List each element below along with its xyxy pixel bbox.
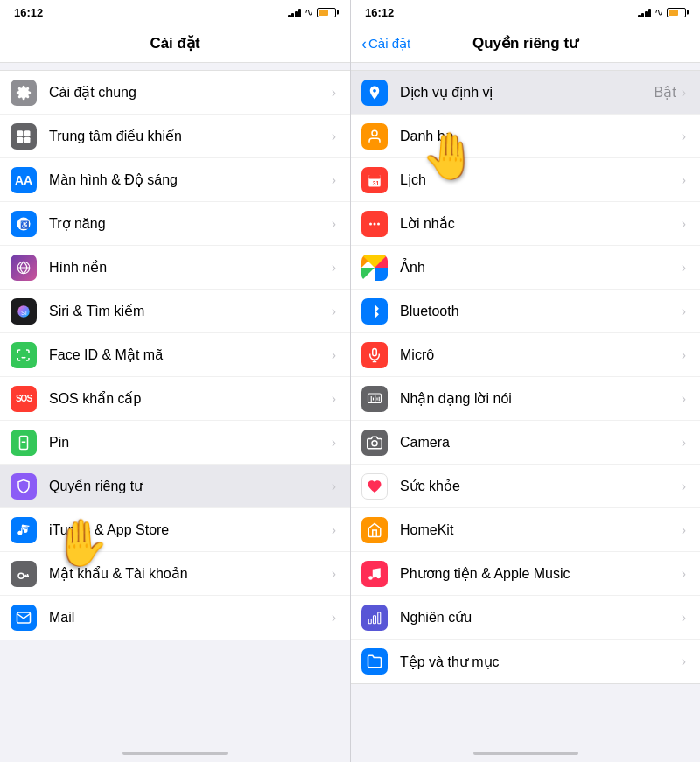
right-nav-back[interactable]: ‹ Cài đặt [361,36,410,52]
sidebar-item-itunes[interactable]: iTunes & App Store › [0,508,350,552]
itunes-label: iTunes & App Store [49,522,332,538]
dich-vu-dinh-vi-chevron: › [682,85,686,101]
sidebar-item-faceid[interactable]: Face ID & Mật mã › [0,333,350,377]
siri-icon: Si [10,298,37,325]
nhan-dang-chevron: › [682,391,686,407]
sidebar-item-caidat-chung[interactable]: Cài đặt chung › [0,71,350,115]
trung-tam-chevron: › [332,129,336,144]
tep-chevron: › [682,654,686,669]
left-battery-icon [317,8,336,17]
svg-point-15 [369,222,372,225]
settings-item-tep[interactable]: Tệp và thư mục › [351,640,700,683]
sidebar-item-quyen-rieng-tu[interactable]: Quyền riêng tư › [0,465,350,508]
sidebar-item-pin[interactable]: Pin › [0,421,350,465]
anh-chevron: › [682,260,686,276]
right-nav-title: Quyền riêng tư [472,34,578,52]
camera-icon [361,430,388,456]
nhan-dang-icon [361,386,388,412]
quyen-rieng-tu-label: Quyền riêng tư [49,478,332,494]
svg-rect-0 [18,130,24,136]
right-signal-icon [638,7,651,17]
settings-item-loi-nhac[interactable]: Lời nhắc › [351,202,700,246]
svg-rect-2 [18,136,24,143]
faceid-label: Face ID & Mật mã [49,346,332,363]
settings-item-anh[interactable]: Ảnh › [351,246,700,290]
faceid-icon [10,342,37,368]
sidebar-item-man-hinh[interactable]: AA Màn hình & Độ sáng › [0,158,350,202]
trung-tam-label: Trung tâm điều khiển [49,128,332,144]
nghien-cuu-chevron: › [682,610,686,626]
sidebar-item-trung-tam[interactable]: Trung tâm điều khiển › [0,115,350,158]
right-status-icons: ∿ [638,6,686,18]
siri-chevron: › [332,304,336,319]
sidebar-item-sos[interactable]: SOS SOS khẩn cấp › [0,377,350,421]
pin-chevron: › [332,435,336,451]
left-time: 16:12 [14,6,43,19]
camera-label: Camera [400,435,682,451]
danh-ba-label: Danh bạ [400,128,682,144]
caidat-chung-icon [10,80,37,106]
sos-chevron: › [332,391,336,407]
pin-label: Pin [49,435,332,451]
quyen-rieng-tu-chevron: › [332,479,336,494]
svg-point-11 [372,130,377,136]
quyen-rieng-tu-icon [10,473,37,500]
loi-nhac-label: Lời nhắc [400,215,682,232]
sidebar-item-siri[interactable]: Si Siri & Tìm kiếm › [0,290,350,333]
settings-item-bluetooth[interactable]: Bluetooth › [351,290,700,333]
svg-rect-18 [373,348,377,355]
right-scroll-area[interactable]: Dịch vụ định vị Bật › Danh bạ › 31 [351,63,700,746]
settings-item-phuong-tien[interactable]: Phương tiện & Apple Music › [351,552,700,596]
itunes-chevron: › [332,522,336,538]
pin-icon [10,430,37,456]
left-panel: 16:12 ∿ Cài đặt [0,0,350,762]
bluetooth-chevron: › [682,304,686,319]
micro-label: Micrô [400,347,682,363]
sidebar-item-mat-khau[interactable]: Mật khẩu & Tài khoản › [0,552,350,596]
svg-rect-23 [368,619,371,623]
left-section-group: Cài đặt chung › Trung tâm điều khiển › A… [0,70,350,640]
right-battery-icon [667,8,686,17]
svg-rect-13 [368,175,381,179]
svg-point-21 [368,576,373,580]
settings-item-lich[interactable]: 31 Lịch › [351,158,700,202]
nghien-cuu-label: Nghiên cứu [400,609,682,626]
svg-rect-24 [374,615,376,623]
tep-icon [361,648,388,675]
dich-vu-dinh-vi-icon [361,80,388,106]
settings-item-nhan-dang[interactable]: Nhận dạng lời nói › [351,377,700,421]
sidebar-item-mail[interactable]: Mail › [0,596,350,640]
sidebar-item-tro-nang[interactable]: ♿ Trợ năng › [0,202,350,246]
settings-item-nghien-cuu[interactable]: Nghiên cứu › [351,596,700,640]
sidebar-item-hinh-nen[interactable]: Hình nền › [0,246,350,290]
svg-rect-25 [378,612,381,624]
dich-vu-dinh-vi-label: Dịch vụ định vị [400,84,654,101]
settings-item-homekit[interactable]: HomeKit › [351,508,700,552]
right-home-indicator [473,752,578,755]
man-hinh-label: Màn hình & Độ sáng [49,171,332,188]
right-panel: 16:12 ∿ ‹ Cài đặt Quyền riêng tư [350,0,700,762]
sos-icon: SOS [10,386,37,412]
settings-item-suc-khoe[interactable]: Sức khỏe › [351,465,700,508]
nghien-cuu-icon [361,605,388,631]
caidat-chung-chevron: › [332,85,336,101]
right-time: 16:12 [365,6,394,19]
homekit-label: HomeKit [400,522,682,538]
bluetooth-label: Bluetooth [400,304,682,319]
caidat-chung-label: Cài đặt chung [49,84,332,101]
settings-item-danh-ba[interactable]: Danh bạ › [351,115,700,158]
mat-khau-label: Mật khẩu & Tài khoản [49,565,332,582]
lich-chevron: › [682,172,686,188]
left-scroll-area[interactable]: Cài đặt chung › Trung tâm điều khiển › A… [0,63,350,746]
settings-item-dich-vu-dinh-vi[interactable]: Dịch vụ định vị Bật › [351,71,700,115]
mail-icon [10,605,37,631]
settings-item-camera[interactable]: Camera › [351,421,700,465]
trung-tam-icon [10,123,37,150]
settings-item-micro[interactable]: Micrô › [351,333,700,377]
svg-point-10 [18,573,24,578]
hinh-nen-chevron: › [332,260,336,276]
tro-nang-label: Trợ năng [49,215,332,232]
suc-khoe-icon [361,473,388,500]
faceid-chevron: › [332,347,336,363]
left-signal-icon [288,7,301,17]
